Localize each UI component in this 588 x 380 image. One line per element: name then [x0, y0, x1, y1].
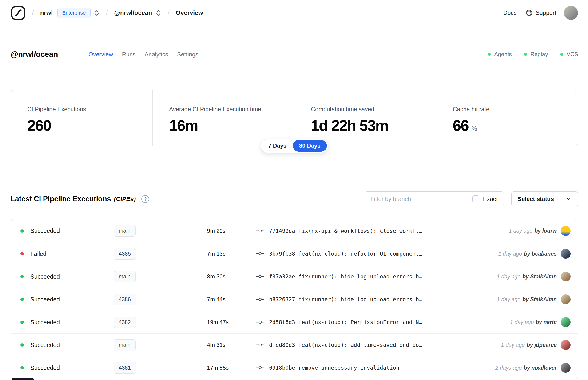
avatar [561, 340, 570, 350]
author: by bcabanes [524, 251, 557, 257]
org-name[interactable]: nrwl [40, 9, 53, 17]
branch-pill[interactable]: 4385 [114, 248, 136, 260]
metrics-panel: CI Pipeline Executions 260 Average CI Pi… [11, 90, 578, 146]
workspace-name[interactable]: @nrwl/ocean [114, 9, 152, 17]
metric-label: Average CI Pipeline Execution time [169, 106, 294, 113]
branch-pill[interactable]: 4386 [114, 294, 136, 305]
cipe-table: Succeeded main 9m 29s 771499da fix(nx-ap… [11, 219, 578, 379]
metric-average-execution-time: Average CI Pipeline Execution time 16m [152, 90, 294, 146]
cipes-title: Latest CI Pipeline Executions [11, 195, 111, 203]
branch-filter-input[interactable] [365, 192, 466, 206]
status-select-label: Select status [518, 196, 554, 203]
duration: 7m 44s [207, 296, 256, 303]
cipes-subtitle: (CIPEs) [114, 195, 136, 203]
author: by jdpearce [527, 342, 557, 348]
breadcrumb-separator: / [32, 9, 34, 17]
exact-checkbox[interactable] [472, 195, 479, 203]
branch-pill[interactable]: main [114, 339, 136, 351]
nx-logo-icon[interactable] [11, 5, 26, 20]
user-avatar[interactable] [564, 6, 578, 20]
avatar [561, 272, 570, 282]
relative-time: 1 day ago [509, 228, 532, 234]
green-status-dot-icon [560, 53, 563, 56]
git-commit-icon [256, 365, 264, 371]
relative-time: 1 day ago [497, 273, 520, 280]
support-link[interactable]: Support [525, 9, 556, 17]
relative-time: 1 day ago [497, 296, 520, 303]
branch-pill[interactable]: 4381 [114, 362, 136, 374]
git-commit-icon [256, 342, 264, 348]
lifebuoy-icon [525, 9, 533, 17]
status-label: Failed [30, 250, 46, 257]
status-dot [20, 298, 24, 301]
author: by lourw [534, 228, 557, 234]
exact-label: Exact [483, 196, 498, 203]
commit-message: f37a32ae fix(runner): hide log upload er… [269, 273, 422, 280]
tab-overview[interactable]: Overview [88, 50, 113, 59]
current-page-crumb: Overview [176, 9, 203, 17]
tab-runs[interactable]: Runs [121, 50, 136, 59]
help-icon[interactable]: ? [141, 195, 149, 203]
breadcrumb: / nrwl Enterprise / @nrwl/ocean / Overvi… [11, 5, 503, 20]
status-agents[interactable]: Agents [488, 51, 512, 57]
cipe-row[interactable]: Succeeded main 8m 30s f37a32ae fix(runne… [11, 265, 578, 288]
relative-time: 1 day ago [498, 251, 522, 257]
git-commit-icon [256, 251, 264, 257]
author: by StalkAltan [522, 296, 557, 303]
status-dot [20, 321, 24, 324]
git-commit-icon [256, 228, 264, 234]
cipe-row[interactable]: Failed 4385 7m 13s 3b79fb38 feat(nx-clou… [11, 242, 578, 265]
avatar [561, 226, 570, 236]
status-vcs[interactable]: VCS [560, 51, 578, 57]
range-7-days[interactable]: 7 Days [262, 140, 293, 152]
cipe-row[interactable]: Succeeded 4386 7m 44s b8726327 fix(runne… [11, 288, 578, 311]
metric-label: Computation time saved [311, 106, 436, 113]
breadcrumb-separator: / [106, 9, 108, 17]
avatar [561, 249, 570, 259]
author: by nixallover [524, 365, 557, 371]
exact-toggle[interactable]: Exact [466, 192, 504, 206]
cipe-row[interactable]: Succeeded 4382 19m 47s 2d58f6d3 feat(nx-… [11, 311, 578, 333]
status-select[interactable]: Select status [511, 191, 578, 207]
commit-message: 2d58f6d3 feat(nx-cloud): PermissionError… [269, 319, 422, 325]
cipes-section-header: Latest CI Pipeline Executions (CIPEs) ? … [11, 191, 578, 207]
status-agents-label: Agents [494, 51, 512, 57]
cipe-row[interactable]: Succeeded main 4m 31s dfed80d3 feat(nx-c… [11, 333, 578, 356]
divider [473, 49, 473, 59]
commit-message: 771499da fix(nx-api & workflows): close … [269, 228, 422, 234]
cipe-row[interactable]: Succeeded 4381 17m 55s 0918b0be remove u… [11, 356, 578, 379]
status-vcs-label: VCS [567, 51, 578, 57]
org-switcher-chevron-icon[interactable] [94, 9, 100, 17]
range-30-days[interactable]: 30 Days [293, 140, 327, 152]
duration: 8m 30s [207, 273, 256, 280]
workspace-switcher-chevron-icon[interactable] [155, 9, 161, 17]
git-commit-icon [256, 297, 264, 302]
service-statuses: Agents Replay VCS [488, 51, 578, 57]
status-replay[interactable]: Replay [524, 51, 548, 57]
status-label: Succeeded [30, 273, 60, 280]
author: by nartc [536, 319, 557, 325]
docs-link[interactable]: Docs [503, 9, 516, 16]
branch-pill[interactable]: main [114, 271, 136, 283]
plan-badge: Enterprise [57, 7, 90, 18]
chat-launcher-partial[interactable] [11, 378, 34, 380]
status-dot [20, 275, 24, 278]
branch-pill[interactable]: main [114, 225, 136, 237]
cipes-controls: Exact Select status [364, 191, 578, 207]
relative-time: 2 days ago [495, 365, 522, 371]
metric-suffix: % [471, 125, 477, 133]
duration: 4m 31s [207, 342, 256, 348]
support-label: Support [535, 9, 556, 16]
status-dot [20, 229, 24, 232]
tab-settings[interactable]: Settings [177, 50, 199, 59]
tab-analytics[interactable]: Analytics [144, 50, 169, 59]
relative-time: 1 day ago [510, 319, 534, 325]
branch-pill[interactable]: 4382 [114, 317, 136, 328]
metric-cache-hit-rate: Cache hit rate 66% [436, 90, 578, 146]
commit-message: 0918b0be remove unnecessary invalidation [269, 365, 399, 371]
status-dot [20, 252, 24, 255]
metric-value: 66 [453, 117, 469, 134]
cipe-row[interactable]: Succeeded main 9m 29s 771499da fix(nx-ap… [11, 219, 578, 242]
commit-message: dfed80d3 feat(nx-cloud): add time-saved … [269, 342, 422, 348]
branch-filter-group: Exact [364, 191, 504, 207]
